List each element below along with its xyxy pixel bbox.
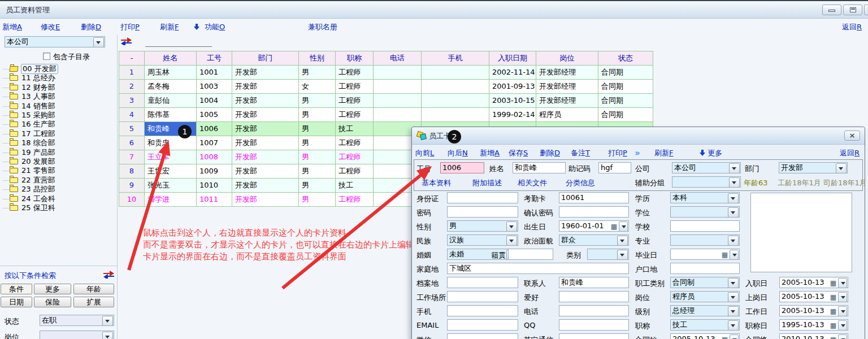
table-header-mobile[interactable]: 手机: [422, 51, 489, 66]
cell-dept[interactable]: 开发部: [232, 94, 299, 108]
dialog-close-button[interactable]: ×: [844, 131, 860, 141]
field-phone[interactable]: [559, 305, 629, 316]
field-level[interactable]: 总经理: [670, 305, 740, 316]
table-header-phone[interactable]: 电话: [374, 51, 422, 66]
chevron-down-icon[interactable]: [506, 221, 517, 232]
chevron-down-icon[interactable]: [730, 334, 739, 339]
table-header-id[interactable]: 工号: [197, 51, 232, 66]
cell-dept[interactable]: 开发部: [232, 136, 299, 150]
tree-item-19[interactable]: 19 产品部: [0, 148, 116, 157]
cell-title[interactable]: 工程师: [336, 193, 374, 207]
cell-name[interactable]: 张光玉: [145, 179, 197, 193]
field-contract-end[interactable]: 2010-10-13▦: [779, 333, 848, 339]
field-title[interactable]: 技工: [670, 319, 740, 331]
cell-title[interactable]: 工程师: [336, 80, 374, 94]
field-wechat[interactable]: [447, 333, 518, 339]
dialog-toolbar-save[interactable]: 保存S: [509, 148, 528, 158]
search-button-2[interactable]: 年龄: [73, 284, 114, 294]
status-filter-select[interactable]: 在职: [40, 315, 114, 326]
cell-dept[interactable]: 开发部: [232, 122, 299, 136]
dialog-toolbar-expand[interactable]: »: [635, 148, 640, 158]
menu-item-back[interactable]: 返回R: [842, 22, 862, 32]
swap-icon[interactable]: [103, 271, 114, 279]
chevron-down-icon[interactable]: [102, 316, 113, 326]
include-subdir-checkbox[interactable]: [43, 53, 50, 60]
cell-title[interactable]: 技工: [336, 179, 374, 193]
cell-id[interactable]: 1003: [197, 80, 232, 94]
field-qq[interactable]: [559, 319, 629, 331]
cell-gender[interactable]: 男: [299, 136, 336, 150]
mnemonic-field[interactable]: hgf: [598, 162, 631, 173]
cell-num[interactable]: 3: [119, 94, 145, 108]
chevron-down-icon[interactable]: [728, 236, 739, 246]
table-header-num[interactable]: -: [119, 51, 145, 66]
cell-phone[interactable]: [374, 80, 422, 94]
field-emp-type[interactable]: 合同制: [670, 277, 740, 288]
cell-name[interactable]: 和贵忠: [145, 136, 197, 150]
tree-item-20[interactable]: 20 发展部: [0, 157, 116, 166]
field-confirm-password[interactable]: [559, 206, 629, 218]
cell-id[interactable]: 1010: [197, 179, 232, 193]
table-header-hire[interactable]: 入职日期: [489, 51, 536, 66]
cell-num[interactable]: 6: [119, 136, 145, 150]
calendar-icon[interactable]: ▦: [722, 334, 728, 339]
cell-name[interactable]: 潘学进: [145, 193, 197, 207]
cell-title[interactable]: 工程师: [336, 108, 374, 122]
chevron-down-icon[interactable]: [838, 334, 847, 339]
cell-title[interactable]: 工程师: [336, 136, 374, 150]
field-contact[interactable]: 和贵峰: [559, 277, 629, 288]
swap-icon[interactable]: [121, 37, 132, 45]
cell-gender[interactable]: 男: [299, 66, 336, 80]
cell-num[interactable]: 7: [119, 150, 145, 164]
menu-item-modify[interactable]: 修改E: [41, 22, 60, 32]
dialog-toolbar-add[interactable]: 新增A: [480, 148, 500, 158]
chevron-down-icon[interactable]: [93, 37, 104, 47]
cell-gender[interactable]: 男: [299, 193, 336, 207]
chevron-down-icon[interactable]: [729, 177, 740, 188]
search-button-1[interactable]: 更多: [34, 284, 71, 294]
cell-phone[interactable]: [374, 66, 422, 80]
field-onboard-date[interactable]: 2005-10-13▦: [779, 291, 848, 302]
search-button-0[interactable]: 条件: [1, 284, 32, 294]
cell-gender[interactable]: 男: [299, 122, 336, 136]
calendar-icon[interactable]: ▦: [830, 334, 836, 339]
cell-dept[interactable]: 开发部: [232, 108, 299, 122]
field-title-date[interactable]: 1995-10-13▦: [779, 319, 848, 331]
field-contract-start[interactable]: 2005-10-13▦: [670, 333, 740, 339]
quick-search-input[interactable]: [145, 46, 212, 47]
tree-item-21[interactable]: 21 零售部: [0, 166, 116, 175]
minimize-button[interactable]: [822, 5, 841, 15]
cell-mobile[interactable]: [422, 66, 489, 80]
calendar-icon[interactable]: ▦: [830, 306, 836, 316]
cell-num[interactable]: 10: [119, 193, 145, 207]
cell-id[interactable]: 1006: [197, 122, 232, 136]
cell-hire[interactable]: 1999-02-14: [489, 108, 536, 122]
cell-gender[interactable]: 男: [299, 94, 336, 108]
chevron-down-icon[interactable]: [729, 163, 740, 173]
cell-title[interactable]: 工程师: [336, 150, 374, 164]
field-degree[interactable]: [670, 206, 740, 218]
field-major[interactable]: [670, 234, 740, 246]
employee-photo-box[interactable]: [750, 193, 852, 272]
dialog-toolbar-more[interactable]: 更多: [700, 148, 722, 158]
field-hire-date[interactable]: 2005-10-13▦: [779, 277, 848, 288]
tab-2[interactable]: 相关文件: [518, 178, 547, 188]
chevron-down-icon[interactable]: [838, 278, 847, 288]
cell-id[interactable]: 1009: [197, 164, 232, 179]
chevron-down-icon[interactable]: [728, 207, 739, 218]
cell-num[interactable]: 4: [119, 108, 145, 122]
cell-name[interactable]: 孟冬梅: [145, 80, 197, 94]
field-native-place[interactable]: [508, 249, 553, 260]
calendar-icon[interactable]: ▦: [722, 250, 728, 260]
tree-item-11[interactable]: 11 总经办: [0, 73, 116, 82]
field-gender[interactable]: 男: [447, 220, 518, 232]
tree-item-16[interactable]: 16 生产部: [0, 120, 116, 129]
cell-dept[interactable]: 开发部: [232, 80, 299, 94]
field-nation[interactable]: 汉族: [447, 234, 518, 246]
search-button-4[interactable]: 保险: [34, 297, 71, 307]
table-header-gender[interactable]: 性别: [299, 51, 336, 66]
field-political[interactable]: 群众: [559, 234, 629, 246]
cell-status[interactable]: 合同期: [598, 80, 653, 94]
cell-name[interactable]: 王立军: [145, 150, 197, 164]
cell-num[interactable]: 5: [119, 122, 145, 136]
